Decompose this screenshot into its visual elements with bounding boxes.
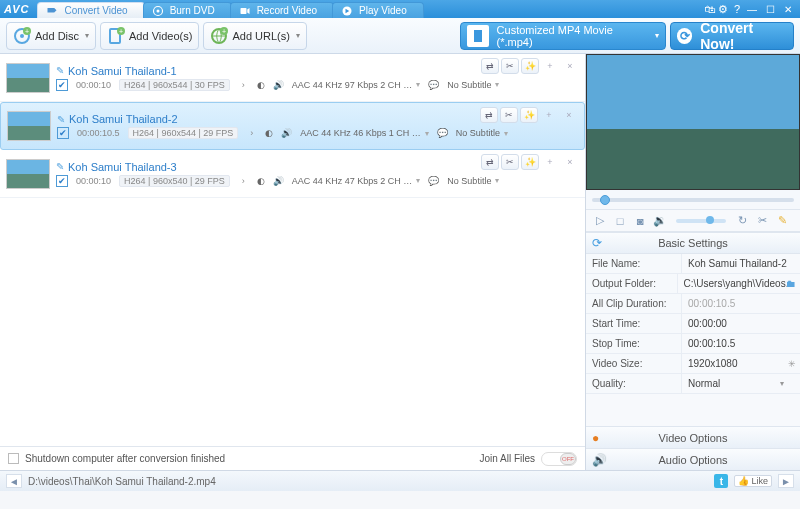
file-list-pane: ✎ Koh Samui Thailand-1 ✔ 00:00:10 H264 |… — [0, 54, 586, 470]
tab-record-video[interactable]: Record Video — [230, 2, 334, 18]
rotate-icon[interactable]: ↻ — [734, 213, 750, 229]
file-row[interactable]: ✎ Koh Samui Thailand-3 ✔ 00:00:10 H264 |… — [0, 150, 585, 198]
close-button[interactable]: ✕ — [780, 3, 796, 15]
tab-label: Record Video — [257, 5, 317, 16]
snapshot-icon[interactable]: ◙ — [632, 213, 648, 229]
disc-plus-icon: + — [13, 27, 31, 45]
speaker-icon: 🔊 — [281, 128, 292, 138]
add-icon[interactable]: + — [540, 107, 558, 123]
seek-bar[interactable] — [586, 190, 800, 210]
tab-convert-video[interactable]: Convert Video — [37, 2, 144, 18]
remove-icon[interactable]: × — [560, 107, 578, 123]
audio-options-header[interactable]: 🔊 Audio Options — [586, 448, 800, 470]
output-folder-field[interactable]: C:\Users\yangh\Videos...🖿 — [678, 274, 800, 293]
svg-text:+: + — [25, 28, 29, 35]
remove-icon[interactable]: × — [561, 154, 579, 170]
video-options-header[interactable]: ● Video Options — [586, 426, 800, 448]
trim-icon[interactable]: ✂ — [754, 213, 770, 229]
cut-icon[interactable]: ✂ — [501, 154, 519, 170]
add-icon[interactable]: + — [541, 58, 559, 74]
file-rows: ✎ Koh Samui Thailand-1 ✔ 00:00:10 H264 |… — [0, 54, 585, 446]
convert-now-button[interactable]: ⟳ Convert Now! — [670, 22, 794, 50]
setting-key: Output Folder: — [586, 274, 678, 293]
join-label: Join All Files — [479, 453, 535, 464]
wand-icon[interactable]: ✨ — [521, 58, 539, 74]
effects-icon[interactable]: ✎ — [774, 213, 790, 229]
quality-select[interactable]: Normal — [682, 374, 800, 393]
cut-icon[interactable]: ✂ — [501, 58, 519, 74]
volume-icon[interactable]: 🔉 — [652, 213, 668, 229]
globe-plus-icon: + — [210, 27, 228, 45]
file-row[interactable]: ✎ Koh Samui Thailand-2 ✔ 00:00:10.5 H264… — [0, 102, 585, 150]
orientation-icon[interactable]: ◐ — [257, 80, 265, 90]
status-bar: ◄ D:\videos\Thai\Koh Samui Thailand-2.mp… — [0, 470, 800, 491]
shop-icon[interactable]: 🛍 — [702, 3, 716, 15]
duration: 00:00:10 — [76, 80, 111, 90]
file-title: Koh Samui Thailand-3 — [68, 161, 177, 173]
button-label: Convert Now! — [700, 20, 787, 52]
svg-point-5 — [20, 34, 24, 38]
checkbox[interactable]: ✔ — [56, 79, 68, 91]
convert-icon — [46, 5, 58, 17]
audio-info[interactable]: AAC 44 KHz 47 Kbps 2 CH …▾ — [292, 176, 421, 186]
preview-player[interactable] — [586, 54, 800, 190]
swap-icon[interactable]: ⇄ — [480, 107, 498, 123]
stop-time-field[interactable]: 00:00:10.5 — [682, 334, 800, 353]
wand-icon[interactable]: ✨ — [521, 154, 539, 170]
audio-info[interactable]: AAC 44 KHz 46 Kbps 1 CH …▾ — [300, 128, 429, 138]
file-row[interactable]: ✎ Koh Samui Thailand-1 ✔ 00:00:10 H264 |… — [0, 54, 585, 102]
refresh-icon[interactable]: ⟳ — [592, 236, 602, 250]
swap-icon[interactable]: ⇄ — [481, 58, 499, 74]
next-icon[interactable]: ► — [778, 474, 794, 488]
subtitle-icon: 💬 — [428, 176, 439, 186]
subtitle-info[interactable]: No Subtitle▾ — [456, 128, 508, 138]
cut-icon[interactable]: ✂ — [500, 107, 518, 123]
swap-icon[interactable]: ⇄ — [481, 154, 499, 170]
subtitle-info[interactable]: No Subtitle▾ — [447, 176, 499, 186]
thumbnail — [6, 159, 50, 189]
edit-icon[interactable]: ✎ — [56, 65, 64, 76]
audio-info[interactable]: AAC 44 KHz 97 Kbps 2 CH …▾ — [292, 80, 421, 90]
stop-icon[interactable]: □ — [612, 213, 628, 229]
file-name-field[interactable]: Koh Samui Thailand-2 — [682, 254, 800, 273]
film-icon — [467, 25, 489, 47]
output-profile-button[interactable]: Customized MP4 Movie (*.mp4) ▾ — [460, 22, 666, 50]
join-toggle[interactable]: OFF — [541, 452, 577, 466]
subtitle-info[interactable]: No Subtitle▾ — [447, 80, 499, 90]
subtitle-icon: 💬 — [428, 80, 439, 90]
orientation-icon[interactable]: ◐ — [265, 128, 273, 138]
checkbox[interactable]: ✔ — [56, 175, 68, 187]
play-icon[interactable]: ▷ — [592, 213, 608, 229]
start-time-field[interactable]: 00:00:00 — [682, 314, 800, 333]
twitter-icon[interactable]: t — [714, 474, 728, 488]
remove-icon[interactable]: × — [561, 58, 579, 74]
edit-icon[interactable]: ✎ — [57, 114, 65, 125]
svg-rect-16 — [482, 30, 484, 42]
volume-slider[interactable] — [676, 219, 726, 223]
orientation-icon[interactable]: ◐ — [257, 176, 265, 186]
list-footer: Shutdown computer after conversion finis… — [0, 446, 585, 470]
folder-icon[interactable]: 🖿 — [786, 278, 796, 289]
seek-handle[interactable] — [600, 195, 610, 205]
tab-play-video[interactable]: Play Video — [332, 2, 424, 18]
tab-label: Burn DVD — [170, 5, 215, 16]
tab-burn-dvd[interactable]: Burn DVD — [143, 2, 232, 18]
settings-icon[interactable]: ⚙ — [716, 3, 730, 15]
duration: 00:00:10.5 — [77, 128, 120, 138]
help-icon[interactable]: ? — [730, 3, 744, 15]
add-videos-button[interactable]: + Add Video(s) — [100, 22, 199, 50]
add-urls-button[interactable]: + Add URL(s) ▾ — [203, 22, 306, 50]
wand-icon[interactable]: ✨ — [520, 107, 538, 123]
prev-icon[interactable]: ◄ — [6, 474, 22, 488]
edit-icon[interactable]: ✎ — [56, 161, 64, 172]
svg-point-1 — [156, 9, 159, 12]
facebook-like-button[interactable]: 👍Like — [734, 475, 772, 487]
shutdown-checkbox[interactable] — [8, 453, 19, 464]
add-icon[interactable]: + — [541, 154, 559, 170]
minimize-button[interactable]: — — [744, 3, 760, 15]
checkbox[interactable]: ✔ — [57, 127, 69, 139]
add-disc-button[interactable]: + Add Disc ▾ — [6, 22, 96, 50]
video-size-select[interactable]: 1920x1080 — [682, 354, 800, 373]
subtitle-icon: 💬 — [437, 128, 448, 138]
maximize-button[interactable]: ☐ — [762, 3, 778, 15]
